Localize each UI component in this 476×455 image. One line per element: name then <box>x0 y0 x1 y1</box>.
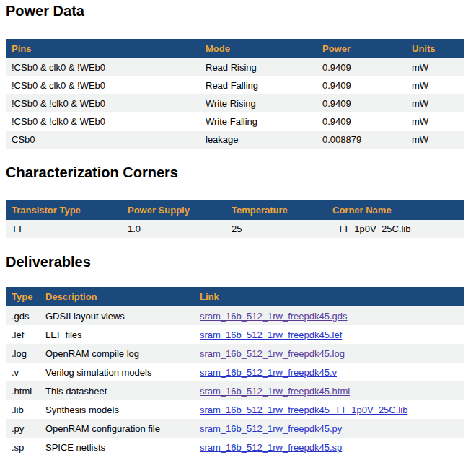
cell-power: 0.9409 <box>317 94 406 112</box>
cell-link: sram_16b_512_1rw_freepdk45_TT_1p0V_25C.l… <box>194 400 464 419</box>
table-row: !CSb0 & !clk0 & WEb0Write Rising0.9409mW <box>6 94 464 112</box>
cell-pins: !CSb0 & !clk0 & WEb0 <box>6 94 200 112</box>
file-link[interactable]: sram_16b_512_1rw_freepdk45.gds <box>200 311 348 322</box>
cell-units: mW <box>406 131 464 149</box>
cell-pins: !CSb0 & !clk0 & WEb0 <box>6 112 200 131</box>
cell-type: .sp <box>6 438 40 455</box>
column-header-pins: Pins <box>6 39 200 58</box>
cell-pins: !CSb0 & clk0 & !WEb0 <box>6 76 200 94</box>
file-link[interactable]: sram_16b_512_1rw_freepdk45.lef <box>200 330 342 340</box>
column-header-type: Type <box>6 287 40 306</box>
cell-link: sram_16b_512_1rw_freepdk45.log <box>194 344 464 363</box>
table-row: !CSb0 & !clk0 & WEb0Write Falling0.9409m… <box>6 112 464 131</box>
header-row: Transistor TypePower SupplyTemperatureCo… <box>6 200 464 220</box>
table-row: !CSb0 & clk0 & !WEb0Read Falling0.9409mW <box>6 76 464 94</box>
cell-description: OpenRAM configuration file <box>40 419 194 438</box>
file-link[interactable]: sram_16b_512_1rw_freepdk45.sp <box>200 442 342 453</box>
datasheet-page: Power Data PinsModePowerUnits!CSb0 & clk… <box>0 0 476 455</box>
table-row: CSb0leakage0.008879mW <box>6 131 464 149</box>
table-row: .libSynthesis modelssram_16b_512_1rw_fre… <box>6 400 464 419</box>
cell-mode: Write Falling <box>200 112 317 131</box>
section-characterization-corners: Characterization Corners Transistor Type… <box>6 164 470 238</box>
cell-mode: Write Rising <box>200 94 317 112</box>
cell-description: This datasheet <box>40 381 194 400</box>
cell-power: 0.9409 <box>317 112 406 131</box>
cell-description: OpenRAM compile log <box>40 344 194 363</box>
column-header-description: Description <box>40 287 194 306</box>
cell-description: GDSII layout views <box>40 306 194 325</box>
column-header-power: Power <box>317 39 406 58</box>
cell-power: 0.9409 <box>317 76 406 94</box>
file-link[interactable]: sram_16b_512_1rw_freepdk45.html <box>200 386 350 397</box>
cell-description: Synthesis models <box>40 400 194 419</box>
cell-units: mW <box>406 58 464 76</box>
cell-mode: Read Rising <box>200 58 317 76</box>
table-row: .gdsGDSII layout viewssram_16b_512_1rw_f… <box>6 306 464 325</box>
table-row: TT1.025_TT_1p0V_25C.lib <box>6 220 464 238</box>
column-header-mode: Mode <box>200 39 317 58</box>
cell-link: sram_16b_512_1rw_freepdk45.sp <box>194 438 464 455</box>
cell-type: .log <box>6 344 40 363</box>
table-row: .pyOpenRAM configuration filesram_16b_51… <box>6 419 464 438</box>
cell-link: sram_16b_512_1rw_freepdk45.py <box>194 419 464 438</box>
cell-corner-name: _TT_1p0V_25C.lib <box>327 220 464 238</box>
cell-type: .v <box>6 363 40 381</box>
power-data-heading: Power Data <box>6 3 470 19</box>
cell-link: sram_16b_512_1rw_freepdk45.html <box>194 381 464 400</box>
cell-units: mW <box>406 94 464 112</box>
cell-type: .gds <box>6 306 40 325</box>
column-header-power-supply: Power Supply <box>122 200 226 220</box>
column-header-transistor-type: Transistor Type <box>6 200 122 220</box>
cell-link: sram_16b_512_1rw_freepdk45.gds <box>194 306 464 325</box>
cell-mode: leakage <box>200 131 317 149</box>
cell-pins: !CSb0 & clk0 & !WEb0 <box>6 58 200 76</box>
table-row: .logOpenRAM compile logsram_16b_512_1rw_… <box>6 344 464 363</box>
header-row: TypeDescriptionLink <box>6 287 464 306</box>
section-deliverables: Deliverables TypeDescriptionLink.gdsGDSI… <box>6 254 470 455</box>
cell-mode: Read Falling <box>200 76 317 94</box>
cell-link: sram_16b_512_1rw_freepdk45.lef <box>194 325 464 344</box>
cell-description: SPICE netlists <box>40 438 194 455</box>
characterization-corners-table: Transistor TypePower SupplyTemperatureCo… <box>6 200 464 238</box>
cell-link: sram_16b_512_1rw_freepdk45.v <box>194 363 464 381</box>
cell-power-supply: 1.0 <box>122 220 226 238</box>
file-link[interactable]: sram_16b_512_1rw_freepdk45.py <box>200 423 342 434</box>
cell-description: Verilog simulation models <box>40 363 194 381</box>
cell-type: .lib <box>6 400 40 419</box>
table-row: .lefLEF filessram_16b_512_1rw_freepdk45.… <box>6 325 464 344</box>
cell-transistor-type: TT <box>6 220 122 238</box>
header-row: PinsModePowerUnits <box>6 39 464 58</box>
cell-type: .py <box>6 419 40 438</box>
file-link[interactable]: sram_16b_512_1rw_freepdk45.v <box>200 367 337 378</box>
table-row: .spSPICE netlistssram_16b_512_1rw_freepd… <box>6 438 464 455</box>
cell-power: 0.9409 <box>317 58 406 76</box>
column-header-corner-name: Corner Name <box>327 200 464 220</box>
cell-type: .html <box>6 381 40 400</box>
cell-units: mW <box>406 112 464 131</box>
file-link[interactable]: sram_16b_512_1rw_freepdk45.log <box>200 348 345 359</box>
section-power-data: Power Data PinsModePowerUnits!CSb0 & clk… <box>6 3 470 149</box>
cell-units: mW <box>406 76 464 94</box>
file-link[interactable]: sram_16b_512_1rw_freepdk45_TT_1p0V_25C.l… <box>200 405 407 415</box>
power-data-table: PinsModePowerUnits!CSb0 & clk0 & !WEb0Re… <box>6 39 464 149</box>
cell-power: 0.008879 <box>317 131 406 149</box>
cell-type: .lef <box>6 325 40 344</box>
table-row: .vVerilog simulation modelssram_16b_512_… <box>6 363 464 381</box>
column-header-temperature: Temperature <box>226 200 327 220</box>
cell-temperature: 25 <box>226 220 327 238</box>
table-row: .htmlThis datasheetsram_16b_512_1rw_free… <box>6 381 464 400</box>
deliverables-heading: Deliverables <box>6 254 470 270</box>
column-header-link: Link <box>194 287 464 306</box>
deliverables-table: TypeDescriptionLink.gdsGDSII layout view… <box>6 287 464 455</box>
characterization-corners-heading: Characterization Corners <box>6 164 470 181</box>
cell-description: LEF files <box>40 325 194 344</box>
column-header-units: Units <box>406 39 464 58</box>
cell-pins: CSb0 <box>6 131 200 149</box>
table-row: !CSb0 & clk0 & !WEb0Read Rising0.9409mW <box>6 58 464 76</box>
